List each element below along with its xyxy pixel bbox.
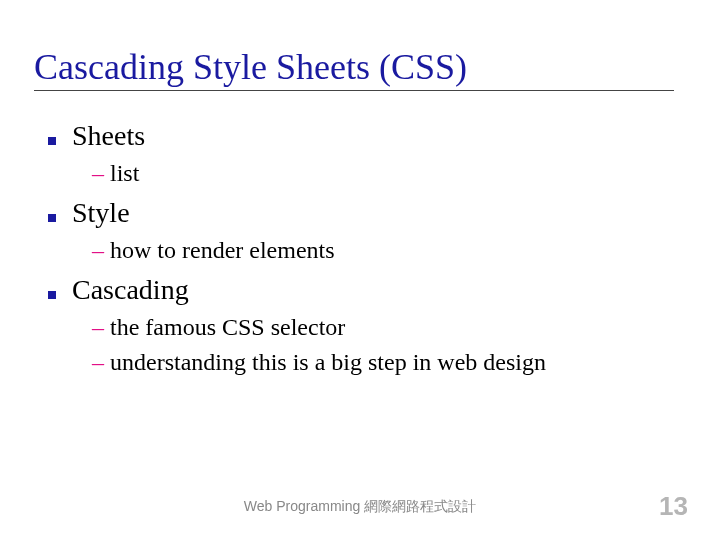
bullet-item-cascading: Cascading [48,274,678,306]
sub-item-text: list [110,160,139,186]
dash-icon: – [92,237,104,263]
footer-text: Web Programming 網際網路程式設計 [0,498,720,516]
sub-item-text: the famous CSS selector [110,314,345,340]
slide-body: Sheets –list Style –how to render elemen… [48,110,678,384]
bullet-label: Cascading [72,274,189,306]
square-bullet-icon [48,214,56,222]
dash-icon: – [92,314,104,340]
square-bullet-icon [48,137,56,145]
sub-item: –the famous CSS selector [92,314,678,341]
sub-item-text: how to render elements [110,237,335,263]
sub-item: –understanding this is a big step in web… [92,349,678,376]
bullet-label: Sheets [72,120,145,152]
page-number: 13 [659,491,688,522]
bullet-label: Style [72,197,130,229]
bullet-item-sheets: Sheets [48,120,678,152]
dash-icon: – [92,160,104,186]
bullet-item-style: Style [48,197,678,229]
sub-item: –how to render elements [92,237,678,264]
dash-icon: – [92,349,104,375]
sub-item-text: understanding this is a big step in web … [110,349,546,375]
sub-item: –list [92,160,678,187]
square-bullet-icon [48,291,56,299]
slide: Cascading Style Sheets (CSS) Sheets –lis… [0,0,720,540]
slide-title: Cascading Style Sheets (CSS) [34,46,674,91]
